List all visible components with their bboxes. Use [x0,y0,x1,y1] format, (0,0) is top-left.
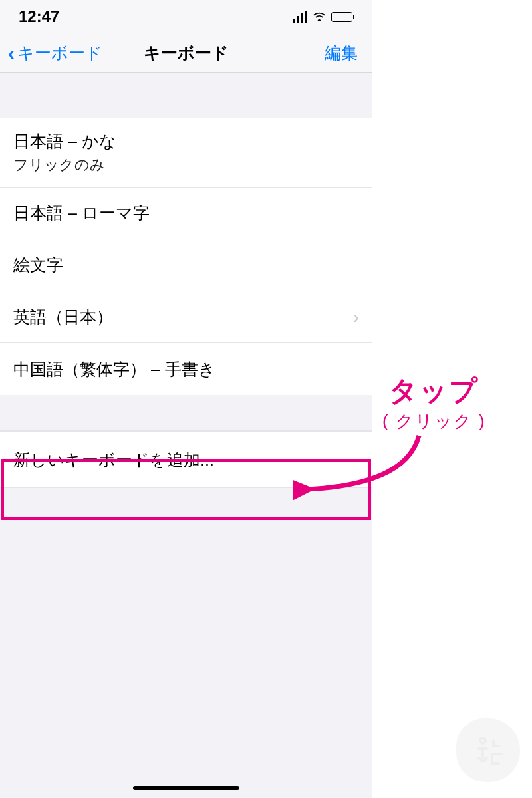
keyboard-title: 日本語 – ローマ字 [13,202,150,224]
phone-screen: 12:47 ‹ キーボード キーボード 編集 日本語 – かな フリックのみ [0,0,372,798]
back-button[interactable]: ‹ キーボード [0,42,102,65]
signal-icon [293,11,307,23]
wifi-icon [313,11,326,23]
keyboard-row[interactable]: 中国語（繁体字） – 手書き [0,343,372,395]
status-bar: 12:47 [0,0,372,33]
chevron-right-icon: › [353,307,359,328]
section-gap [0,395,372,431]
keyboard-title: 中国語（繁体字） – 手書き [13,358,215,380]
keyboard-row[interactable]: 絵文字 [0,239,372,291]
battery-icon [331,12,352,22]
keyboard-row[interactable]: 日本語 – ローマ字 [0,188,372,239]
section-spacer [0,73,372,118]
keyboard-title: 絵文字 [13,254,63,276]
keyboard-row[interactable]: 英語（日本） › [0,291,372,343]
edit-button[interactable]: 編集 [325,42,358,64]
keyboard-row[interactable]: 日本語 – かな フリックのみ [0,118,372,188]
annotation-main: タップ [382,372,486,410]
keyboard-subtitle: フリックのみ [13,155,116,175]
keyboard-list: 日本語 – かな フリックのみ 日本語 – ローマ字 絵文字 英語（日本） › … [0,118,372,395]
keyboard-title: 英語（日本） [13,306,113,328]
annotation-sub: ( クリック ) [382,410,486,433]
svg-point-0 [480,738,485,743]
chevron-left-icon: ‹ [8,42,15,65]
nav-bar: ‹ キーボード キーボード 編集 [0,33,372,73]
back-label: キーボード [17,42,102,64]
keyboard-title: 日本語 – かな [13,130,116,152]
add-keyboard-label: 新しいキーボードを追加... [13,449,214,471]
page-title: キーボード [144,42,229,64]
add-keyboard-button[interactable]: 新しいキーボードを追加... [0,431,372,488]
watermark-logo [456,718,520,782]
annotation-text: タップ ( クリック ) [382,372,486,433]
home-indicator[interactable] [133,786,239,790]
status-time: 12:47 [19,7,59,26]
status-indicators [293,11,352,23]
